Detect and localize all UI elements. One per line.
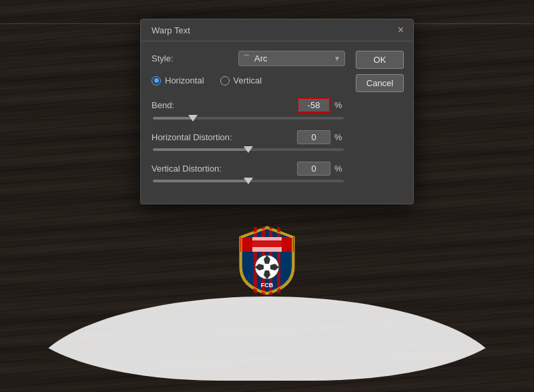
dialog-content: Style: ⌒ Arc ▼ Horizontal Vertical [141, 41, 413, 204]
bend-slider-fill [153, 117, 193, 120]
vertical-radio[interactable]: Vertical [220, 75, 262, 85]
horiz-dist-fill [153, 148, 248, 151]
chevron-down-icon: ▼ [334, 55, 340, 62]
vert-dist-fill [153, 180, 248, 182]
warped-text-container: Mes Que Un Club [0, 247, 534, 387]
style-value: Arc [254, 53, 268, 63]
dialog-title: Warp Text [152, 25, 190, 35]
vert-dist-thumb[interactable] [244, 178, 253, 184]
vert-dist-pct: % [334, 164, 345, 174]
bend-slider-thumb[interactable] [188, 115, 198, 122]
horizontal-radio[interactable]: Horizontal [152, 75, 204, 85]
bend-pct: % [334, 100, 345, 110]
style-label: Style: [152, 53, 238, 63]
bend-row-top: Bend: % [152, 97, 345, 113]
horiz-dist-slider-track[interactable] [153, 148, 344, 151]
dialog-titlebar: Warp Text × [141, 19, 413, 41]
horizontal-radio-circle [152, 76, 161, 85]
horiz-dist-input[interactable] [297, 130, 330, 144]
dialog-buttons: OK Cancel [356, 41, 413, 204]
vert-dist-row-top: Vertical Distortion: % [152, 162, 345, 176]
bend-row: Bend: % [152, 97, 345, 120]
horiz-dist-label: Horizontal Distortion: [152, 132, 238, 142]
vert-dist-label: Vertical Distortion: [152, 164, 238, 174]
vertical-label: Vertical [234, 75, 262, 85]
bend-slider-track[interactable] [153, 117, 344, 120]
svg-rect-2 [240, 240, 294, 247]
close-button[interactable]: × [396, 25, 405, 35]
horizontal-distortion-row: Horizontal Distortion: % [152, 130, 345, 151]
vert-dist-slider-track[interactable] [153, 180, 344, 182]
horiz-dist-row-top: Horizontal Distortion: % [152, 130, 345, 144]
arc-icon: ⌒ [243, 53, 250, 63]
cancel-button[interactable]: Cancel [356, 74, 404, 92]
vert-dist-input[interactable] [297, 162, 330, 176]
vertical-distortion-row: Vertical Distortion: % [152, 162, 345, 182]
bend-label: Bend: [152, 100, 238, 110]
horiz-dist-pct: % [334, 132, 345, 142]
horiz-dist-thumb[interactable] [244, 146, 253, 153]
horizontal-label: Horizontal [165, 75, 204, 85]
orientation-row: Horizontal Vertical [152, 75, 345, 85]
bend-input[interactable] [297, 97, 330, 113]
style-row: Style: ⌒ Arc ▼ [152, 51, 345, 66]
dialog-main: Style: ⌒ Arc ▼ Horizontal Vertical [141, 41, 356, 204]
vertical-radio-circle [220, 76, 230, 85]
ok-button[interactable]: OK [356, 51, 404, 69]
style-dropdown[interactable]: ⌒ Arc ▼ [238, 51, 345, 66]
warp-text-dialog: Warp Text × Style: ⌒ Arc ▼ Horizontal [140, 19, 414, 204]
